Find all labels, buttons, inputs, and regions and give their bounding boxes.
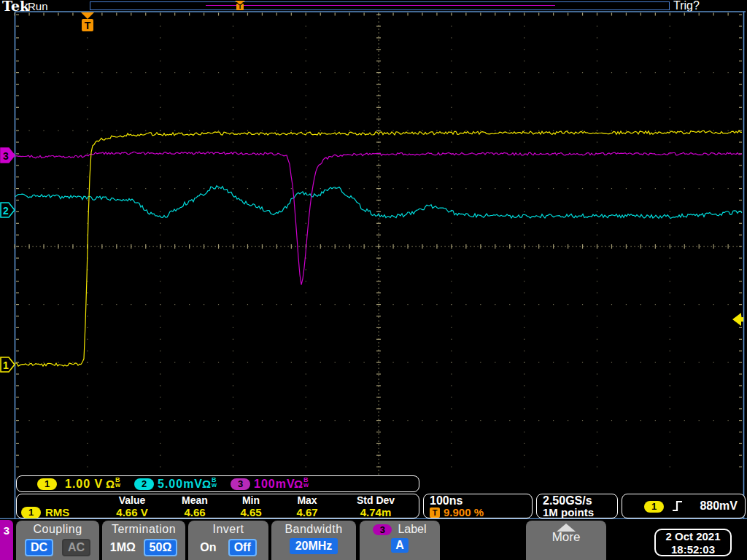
trigger-level-arrow[interactable]	[732, 313, 743, 326]
measurement-row: 1RMS 4.66 V 4.66 4.65 4.67 4.74m	[17, 506, 419, 518]
ch3-scale: 100mV	[254, 478, 295, 491]
bandwidth-value[interactable]: 20MHz	[290, 538, 338, 554]
bandwidth-button[interactable]: Bandwidth 20MHz	[271, 521, 356, 560]
coupling-ac-option[interactable]: AC	[62, 539, 90, 556]
label-ch-badge: 3	[373, 524, 392, 535]
graticule-grid	[15, 13, 743, 475]
ch1-impedance: ΩBw	[106, 478, 120, 490]
oscilloscope-screen: { "header": { "logo": "Tek", "acq_status…	[0, 0, 747, 560]
coupling-button[interactable]: Coupling DC AC	[16, 521, 99, 560]
meas-value: 4.66 V	[98, 506, 166, 518]
graticule-frame	[0, 12, 747, 519]
meas-ch-badge: 1	[21, 507, 41, 518]
date-time-display: 2 Oct 2021 18:52:03	[654, 529, 732, 556]
acquisition-readout: 2.50GS/s 1M points	[536, 494, 618, 518]
trigger-t-icon: T	[430, 508, 440, 518]
termination-1m-option[interactable]: 1MΩ	[110, 541, 136, 554]
svg-text:3: 3	[3, 150, 9, 162]
meas-stddev: 4.74m	[336, 506, 415, 518]
coupling-dc-option[interactable]: DC	[25, 539, 53, 556]
date: 2 Oct 2021	[656, 530, 730, 543]
timebase-readout: 100ns T9.900 %	[423, 494, 533, 518]
ch3-badge: 3	[231, 478, 250, 490]
meas-name: RMS	[45, 506, 69, 518]
more-label: More	[526, 530, 606, 545]
meas-mean: 4.66	[166, 506, 224, 518]
termination-button[interactable]: Termination 1MΩ 50Ω	[102, 521, 185, 560]
trigger-readout: 1 880mV	[622, 494, 746, 518]
trigger-position-marker[interactable]: T	[81, 12, 94, 31]
ch2-scale: 5.00mV	[158, 478, 203, 491]
meas-max: 4.67	[278, 506, 336, 518]
ch2-badge: 2	[134, 478, 154, 490]
meas-min: 4.65	[224, 506, 278, 518]
record-length: 1M points	[543, 506, 594, 518]
bandwidth-title: Bandwidth	[271, 523, 356, 536]
waveform-display: 123T	[0, 0, 747, 519]
rising-edge-icon	[670, 499, 685, 513]
channel-1-position-marker[interactable]: 1	[1, 357, 15, 372]
ch1-badge: 1	[37, 478, 57, 490]
ch3-impedance: ΩBw	[294, 478, 309, 490]
svg-text:T: T	[85, 20, 91, 31]
invert-button[interactable]: Invert On Off	[188, 521, 268, 560]
invert-on-option[interactable]: On	[200, 541, 216, 554]
channel-3-position-marker[interactable]: 3	[1, 148, 15, 163]
label-button[interactable]: 3Label A	[360, 521, 440, 560]
svg-text:2: 2	[3, 205, 9, 217]
trigger-position-readout: T9.900 %	[430, 506, 484, 518]
ch2-impedance: ΩBw	[202, 478, 217, 490]
trigger-source-badge: 1	[644, 501, 664, 513]
bottom-menu-bar: 3 Coupling DC AC Termination 1MΩ 50Ω Inv…	[0, 519, 747, 560]
label-title: Label	[398, 523, 426, 536]
ch1-scale: 1.00 V	[65, 478, 103, 491]
trace-ch2	[15, 186, 742, 219]
channel-scale-readout: 1 1.00 V ΩBw 2 5.00mV ΩBw 3 100mV ΩBw	[16, 475, 419, 492]
coupling-title: Coupling	[16, 523, 99, 536]
label-value[interactable]: A	[391, 538, 409, 553]
invert-off-option[interactable]: Off	[228, 539, 257, 556]
trigger-level-readout: 880mV	[700, 499, 738, 513]
channel-2-position-marker[interactable]: 2	[1, 203, 15, 217]
channel-3-menu-tab[interactable]: 3	[0, 520, 13, 560]
measurement-readout: Value Mean Min Max Std Dev 1RMS 4.66 V 4…	[16, 494, 419, 518]
time: 18:52:03	[656, 543, 730, 556]
measurement-headers: Value Mean Min Max Std Dev	[17, 494, 419, 506]
termination-50-option[interactable]: 50Ω	[144, 539, 178, 556]
termination-title: Termination	[102, 523, 185, 536]
more-button[interactable]: More	[526, 521, 606, 560]
invert-title: Invert	[188, 523, 268, 536]
svg-text:1: 1	[3, 359, 9, 371]
